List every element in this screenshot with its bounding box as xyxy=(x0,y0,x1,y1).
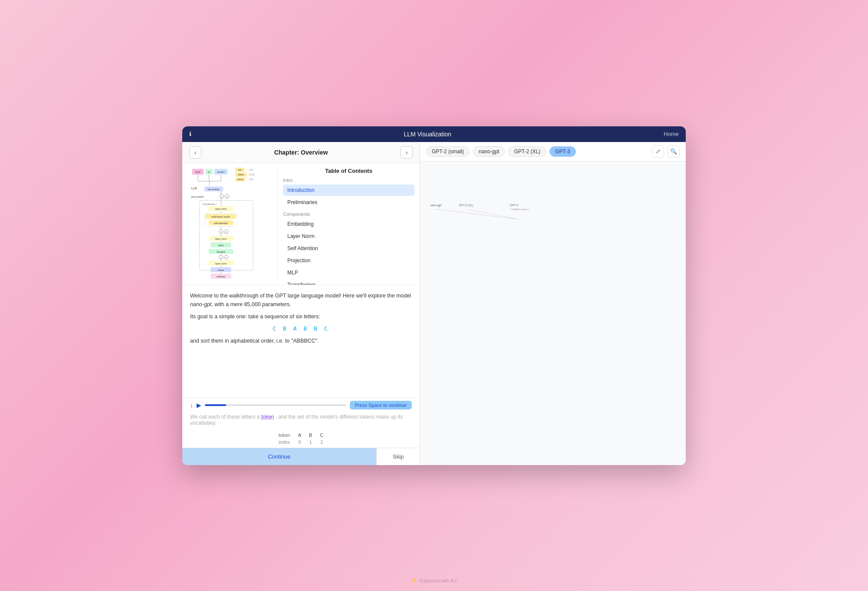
token-c: C xyxy=(316,432,327,438)
titlebar-info: ℹ xyxy=(189,131,191,137)
app-title: LLM Visualization xyxy=(404,131,451,138)
toc-section-intro: Intro xyxy=(283,178,414,183)
index-2: 2 xyxy=(316,439,327,445)
svg-text:to: to xyxy=(208,171,210,173)
svg-text:words: words xyxy=(237,178,243,181)
main-layout: ‹ Chapter: Overview › How to predict xyxy=(182,142,686,465)
toc-area: Table of Contents Intro Introduction Pre… xyxy=(278,163,420,285)
footer: ⚡ Captured with Arc xyxy=(0,576,868,584)
play-button[interactable]: ▶ xyxy=(197,402,201,409)
model-tab-nano-gpt[interactable]: nano-gpt xyxy=(473,146,505,157)
svg-text:⊕: ⊕ xyxy=(220,256,222,258)
toc-title: Table of Contents xyxy=(283,168,414,174)
search-icon[interactable]: 🔍 xyxy=(667,145,680,158)
footer-text: ⚡ Captured with Arc xyxy=(411,578,457,583)
svg-text:tok embed: tok embed xyxy=(208,188,220,191)
svg-text:transformer i: transformer i xyxy=(203,203,217,205)
chapter-title: Chapter: Overview xyxy=(274,149,328,156)
progress-fill xyxy=(205,404,226,406)
svg-text:layer norm: layer norm xyxy=(215,237,227,240)
model-tab-gpt3[interactable]: GPT-3 xyxy=(549,146,576,157)
svg-text:layer norm: layer norm xyxy=(215,208,227,210)
svg-text:tokens: tokens xyxy=(238,173,245,175)
chapter-header: ‹ Chapter: Overview › xyxy=(182,142,420,163)
llm-diagram: How to predict text tokens words 2420 xyxy=(186,167,273,285)
token-b: B xyxy=(306,432,316,438)
viz-canvas: nano-gpt GPT-2 (XL) GPT-3 175billion par… xyxy=(420,162,686,465)
model-tab-gpt2-xl[interactable]: GPT-2 (XL) xyxy=(508,146,546,157)
index-1: 1 xyxy=(306,439,316,445)
left-panel: ‹ Chapter: Overview › How to predict xyxy=(182,142,420,465)
toc-item-introduction[interactable]: Introduction xyxy=(283,185,414,196)
vocab-section: We call each of these letters a token , … xyxy=(190,414,412,426)
svg-text:layer norm: layer norm xyxy=(215,262,227,264)
next-chapter-button[interactable]: › xyxy=(401,146,413,158)
svg-text:2896: 2896 xyxy=(249,178,253,181)
press-space-button[interactable]: Press Space to continue xyxy=(350,401,412,409)
toc-item-embedding[interactable]: Embedding xyxy=(283,218,414,230)
info-icon[interactable]: ℹ xyxy=(189,131,191,137)
svg-text:⊕: ⊕ xyxy=(221,195,223,198)
visualization-area: nano-gpt GPT-2 (XL) GPT-3 175billion par… xyxy=(420,162,686,465)
prev-chapter-button[interactable]: ‹ xyxy=(189,146,201,158)
svg-text:multi-head, causal: multi-head, causal xyxy=(211,215,230,218)
token-a: A xyxy=(295,432,305,438)
app-window: ℹ LLM Visualization Home ‹ Chapter: Over… xyxy=(182,126,686,465)
svg-text:How: How xyxy=(195,171,201,173)
text-area: Welcome to the walkthrough of the GPT la… xyxy=(182,285,420,398)
toc-section-components: Components xyxy=(283,211,414,217)
expand-icon[interactable]: ⤢ xyxy=(652,145,664,158)
down-button[interactable]: ↓ xyxy=(190,402,193,409)
svg-text:⊕: ⊕ xyxy=(225,231,227,233)
toc-item-mlp[interactable]: MLP xyxy=(283,267,414,278)
model-toolbar: GPT-2 (small) nano-gpt GPT-2 (XL) GPT-3 … xyxy=(420,142,686,162)
index-0: 0 xyxy=(295,439,305,445)
svg-text:16326: 16326 xyxy=(249,173,254,175)
viz-canvas-element xyxy=(420,162,686,465)
svg-text:predict: predict xyxy=(217,171,225,173)
svg-text:2420: 2420 xyxy=(249,168,253,171)
intro-text: Welcome to the walkthrough of the GPT la… xyxy=(190,291,412,309)
index-label: index xyxy=(275,439,294,445)
toc-item-self-attention[interactable]: Self Attention xyxy=(283,243,414,254)
svg-text:pos embed: pos embed xyxy=(191,195,204,198)
svg-text:⊕: ⊕ xyxy=(225,256,227,258)
token-table: token A B C index 0 1 2 xyxy=(274,431,328,446)
token-highlight: token xyxy=(261,414,274,420)
progress-bar xyxy=(205,404,346,406)
svg-text:feed: feed xyxy=(219,244,224,246)
svg-text:softmax: softmax xyxy=(217,275,225,277)
svg-text:forward: forward xyxy=(217,251,225,253)
toc-item-preliminaries[interactable]: Preliminaries xyxy=(283,197,414,208)
svg-text:⊕: ⊕ xyxy=(226,195,228,198)
model-tab-gpt2-small[interactable]: GPT-2 (small) xyxy=(426,146,470,157)
svg-text:text: text xyxy=(238,168,242,171)
toc-item-transformer[interactable]: Transformer xyxy=(283,279,414,285)
svg-text:linear: linear xyxy=(218,268,224,271)
svg-text:⊕: ⊕ xyxy=(220,231,222,233)
svg-text:LLM: LLM xyxy=(191,187,197,190)
titlebar: ℹ LLM Visualization Home xyxy=(182,126,686,142)
diagram-area: How to predict text tokens words 2420 xyxy=(182,163,278,285)
svg-text:self-attention: self-attention xyxy=(214,221,228,224)
token-label: token xyxy=(275,432,294,438)
skip-button[interactable]: Skip xyxy=(376,448,420,465)
arc-icon: ⚡ xyxy=(411,578,417,583)
toc-item-layer-norm[interactable]: Layer Norm xyxy=(283,231,414,242)
continue-button[interactable]: Continue xyxy=(182,448,376,465)
bottom-buttons: Continue Skip xyxy=(182,448,420,465)
right-panel: GPT-2 (small) nano-gpt GPT-2 (XL) GPT-3 … xyxy=(420,142,686,465)
content-area: How to predict text tokens words 2420 xyxy=(182,163,420,285)
toc-item-projection[interactable]: Projection xyxy=(283,255,414,266)
sequence-display: C B A B B C xyxy=(190,324,412,333)
home-link[interactable]: Home xyxy=(664,131,679,137)
goal-text: Its goal is a simple one: take a sequenc… xyxy=(190,312,412,321)
sort-text: and sort them in alphabetical order, i.e… xyxy=(190,337,412,345)
controls-bar: ↓ ▶ Press Space to continue xyxy=(182,398,420,412)
